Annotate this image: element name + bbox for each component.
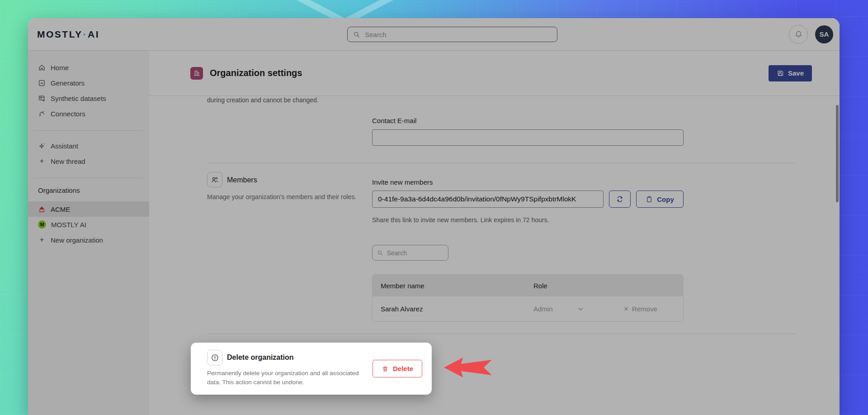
column-role: Role [533, 282, 624, 290]
organizations-section-label: Organizations [28, 186, 149, 196]
trash-icon [382, 365, 389, 372]
chevron-down-icon [578, 307, 583, 311]
contact-email-field[interactable] [372, 129, 684, 146]
organization-settings-icon [190, 67, 203, 80]
member-search[interactable] [372, 245, 448, 261]
sidebar-item-label: New organization [51, 236, 103, 244]
invite-link-field[interactable] [372, 191, 604, 208]
synthetic-datasets-icon [38, 95, 46, 102]
mostly-ai-logo: MOSTLY·AI [37, 29, 99, 40]
copy-link-button[interactable]: Copy [636, 191, 684, 208]
delete-button-label: Delete [393, 365, 413, 372]
page-header: Organization settings Save [149, 51, 840, 96]
scrollbar-thumb[interactable] [836, 105, 839, 202]
members-table: Member name Role Sarah Alvarez Admin × R… [372, 274, 684, 322]
alert-icon-box [207, 350, 222, 365]
contact-email-label: Contact E-mail [372, 117, 416, 124]
sidebar-item-label: Synthetic datasets [51, 95, 106, 102]
logo-text: MOSTLY [37, 29, 83, 39]
topbar: MOSTLY·AI SA [28, 18, 840, 51]
connectors-icon [38, 110, 46, 118]
member-search-input[interactable] [387, 249, 443, 257]
logo-text-ai: AI [88, 29, 99, 39]
sidebar-org-acme[interactable]: ACME ACME [28, 201, 149, 217]
org-name-label: ACME [51, 205, 70, 213]
truncated-description: during creation and cannot be changed. [207, 96, 319, 104]
delete-button[interactable]: Delete [373, 360, 422, 377]
svg-text:AI: AI [41, 82, 43, 85]
alert-circle-icon [211, 353, 219, 362]
sidebar-item-synthetic-datasets[interactable]: Synthetic datasets [28, 91, 149, 106]
save-button[interactable]: Save [769, 65, 812, 81]
sidebar-org-mostly-ai[interactable]: M MOSTLY AI [28, 217, 149, 232]
home-icon [38, 64, 46, 72]
search-icon [377, 249, 383, 257]
sidebar: Home AI Generators Synthetic datasets Co… [28, 51, 149, 415]
members-icon-box [207, 172, 222, 187]
regenerate-link-button[interactable] [609, 191, 631, 208]
members-title: Members [227, 176, 257, 184]
role-value: Admin [533, 305, 553, 313]
notifications-button[interactable] [789, 25, 808, 44]
user-avatar[interactable]: SA [815, 25, 833, 43]
sidebar-divider [33, 130, 144, 131]
invite-helper-text: Share this link to invite new members. L… [372, 216, 549, 224]
x-icon: × [624, 305, 628, 313]
sidebar-item-new-organization[interactable]: + New organization [28, 232, 149, 248]
mostly-ai-org-icon: M [38, 220, 46, 229]
org-name-label: MOSTLY AI [51, 221, 86, 229]
global-search[interactable] [347, 27, 557, 42]
annotation-arrow-icon [443, 357, 493, 378]
sidebar-item-label: New thread [51, 157, 85, 165]
generators-icon: AI [38, 79, 46, 87]
copy-button-label: Copy [657, 196, 674, 203]
svg-text:ACME: ACME [40, 210, 44, 212]
delete-organization-card: Delete organization Permanently delete y… [191, 343, 432, 395]
sidebar-item-label: Generators [51, 79, 85, 87]
section-divider [207, 334, 796, 334]
save-button-label: Save [788, 69, 804, 77]
sidebar-item-new-thread[interactable]: + New thread [28, 153, 149, 169]
members-people-icon [211, 176, 219, 184]
section-divider [207, 163, 796, 163]
table-row: Sarah Alvarez Admin × Remove [373, 296, 683, 321]
sidebar-item-generators[interactable]: AI Generators [28, 75, 149, 91]
member-name-cell: Sarah Alvarez [373, 305, 533, 313]
app-window: MOSTLY·AI SA Home [28, 18, 840, 415]
delete-organization-description: Permanently delete your organization and… [207, 369, 359, 386]
column-member-name: Member name [373, 282, 533, 290]
remove-label: Remove [632, 305, 657, 313]
save-floppy-icon [777, 70, 784, 77]
search-icon [353, 31, 360, 38]
sidebar-divider [33, 178, 144, 178]
members-description: Manage your organization's members and t… [207, 192, 364, 201]
logo-dot: · [83, 29, 88, 39]
sidebar-item-assistant[interactable]: Assistant [28, 138, 149, 153]
table-header-row: Member name Role [373, 275, 683, 296]
invite-members-label: Invite new members [372, 178, 433, 186]
acme-logo-icon: ACME [38, 205, 46, 213]
sidebar-item-label: Home [51, 64, 69, 72]
delete-organization-title: Delete organization [227, 353, 294, 362]
sidebar-item-connectors[interactable]: Connectors [28, 106, 149, 121]
clipboard-icon [646, 196, 653, 203]
assistant-sparkle-icon [38, 142, 46, 150]
page-title: Organization settings [210, 68, 302, 78]
plus-icon: + [38, 157, 46, 166]
bell-icon [794, 30, 803, 38]
sidebar-item-label: Assistant [51, 142, 78, 150]
global-search-input[interactable] [365, 31, 552, 38]
role-select[interactable]: Admin [533, 305, 624, 313]
sidebar-item-label: Connectors [51, 110, 85, 118]
remove-member-button[interactable]: × Remove [624, 305, 683, 313]
sidebar-item-home[interactable]: Home [28, 60, 149, 75]
plus-icon: + [38, 235, 46, 244]
refresh-icon [616, 195, 624, 203]
